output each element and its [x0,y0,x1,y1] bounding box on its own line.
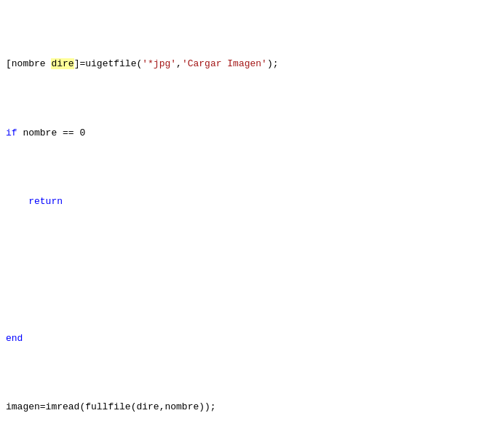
code-line: return [0,195,492,209]
code-line: if nombre == 0 [0,127,492,141]
code-text: [nombre dire]=uigetfile('*jpg','Cargar I… [6,58,279,69]
code-line: [nombre dire]=uigetfile('*jpg','Cargar I… [0,58,492,71]
code-text: return [6,196,63,207]
code-text: end [6,333,23,344]
code-line [0,264,492,278]
code-text: if nombre == 0 [6,127,85,138]
code-line: end [0,332,492,346]
code-text: imagen=imread(fullfile(dire,nombre)); [6,401,216,412]
code-editor: [nombre dire]=uigetfile('*jpg','Cargar I… [0,0,492,448]
code-line: imagen=imread(fullfile(dire,nombre)); [0,401,492,414]
